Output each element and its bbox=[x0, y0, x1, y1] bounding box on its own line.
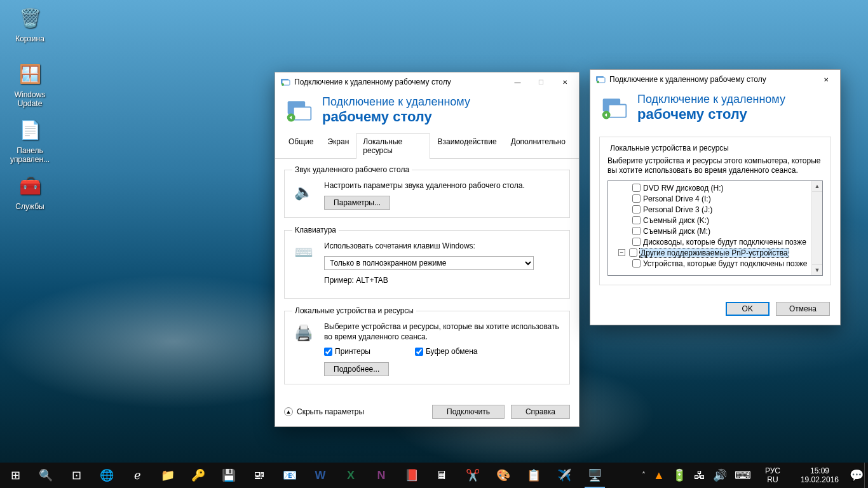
taskbar-app-word[interactable]: W bbox=[305, 463, 336, 488]
desktop-icon-recycle-bin[interactable]: 🗑️ Корзина bbox=[5, 4, 55, 43]
tree-item-drive[interactable]: Personal Drive 3 (J:) bbox=[609, 204, 810, 215]
keyboard-combo[interactable]: Только в полноэкранном режиме bbox=[324, 256, 534, 270]
tray-overflow[interactable]: ˄ bbox=[638, 463, 649, 488]
taskbar-app-excel[interactable]: X bbox=[336, 463, 366, 488]
tray-battery[interactable]: 🔋 bbox=[668, 463, 690, 488]
taskbar-app-snip[interactable]: ✂️ bbox=[458, 463, 488, 488]
tree-label: Personal Drive 4 (I:) bbox=[643, 194, 711, 203]
tab-display[interactable]: Экран bbox=[320, 133, 356, 159]
tree-item-drive[interactable]: Съемный диск (M:) bbox=[609, 226, 810, 236]
tray-action-center[interactable]: 💬 bbox=[849, 463, 864, 488]
lang-line1: РУС bbox=[765, 466, 780, 475]
search-icon: 🔍 bbox=[39, 468, 53, 482]
word-icon: W bbox=[315, 469, 326, 482]
taskbar-app-telegram[interactable]: ✈️ bbox=[549, 463, 580, 488]
ie-icon: ℯ bbox=[134, 468, 141, 482]
tray-vlc[interactable]: ▲ bbox=[649, 463, 668, 488]
taskbar-app-pdf[interactable]: 📕 bbox=[397, 463, 427, 488]
scissors-icon: ✂️ bbox=[466, 468, 480, 482]
taskbar-app-chrome[interactable]: 🌐 bbox=[92, 463, 122, 488]
tree-item-drive[interactable]: Дисководы, которые будут подключены позж… bbox=[609, 236, 810, 247]
start-button[interactable]: ⊞ bbox=[0, 463, 31, 488]
checkbox-printers[interactable]: Принтеры bbox=[324, 347, 370, 356]
taskbar-app-paint[interactable]: 🎨 bbox=[488, 463, 519, 488]
keyboard-icon: ⌨️ bbox=[292, 241, 315, 264]
legend-local-devices: Локальные устройства и ресурсы bbox=[292, 306, 416, 315]
rdc-icon bbox=[280, 77, 290, 87]
titlebar[interactable]: Подключение к удаленному рабочему столу bbox=[590, 70, 840, 89]
taskbar-app-ie[interactable]: ℯ bbox=[122, 463, 153, 488]
desktop-icon-services[interactable]: 🧰 Службы bbox=[5, 172, 55, 211]
tree-checkbox[interactable] bbox=[632, 227, 641, 235]
hide-options-link[interactable]: ▲ Скрыть параметры bbox=[284, 407, 426, 416]
taskbar-search[interactable]: 🔍 bbox=[31, 463, 61, 488]
tree-checkbox[interactable] bbox=[629, 248, 637, 257]
scrollbar[interactable]: ▲ ▼ bbox=[811, 181, 822, 275]
tray-language[interactable]: РУСRU bbox=[755, 463, 790, 488]
tab-advanced[interactable]: Дополнительно bbox=[504, 133, 573, 159]
banner-line1: Подключение к удаленному bbox=[322, 95, 470, 109]
banner-line2: рабочему столу bbox=[637, 106, 785, 123]
tree-checkbox[interactable] bbox=[632, 205, 641, 214]
tab-experience[interactable]: Взаимодействие bbox=[430, 133, 503, 159]
taskbar-app-notes[interactable]: 📋 bbox=[519, 463, 549, 488]
tree-checkbox[interactable] bbox=[632, 259, 641, 268]
close-button[interactable] bbox=[811, 70, 840, 89]
taskbar-app-totalcmd[interactable]: 💾 bbox=[214, 463, 244, 488]
tree-checkbox[interactable] bbox=[632, 216, 641, 224]
recycle-bin-icon: 🗑️ bbox=[16, 4, 44, 32]
taskbar-app-calc[interactable]: 🖩 bbox=[427, 463, 458, 488]
close-button[interactable] bbox=[550, 72, 579, 92]
rdc-banner-text: Подключение к удаленному рабочему столу bbox=[322, 95, 470, 125]
tree-item-drive[interactable]: DVD RW дисковод (H:) bbox=[609, 182, 810, 193]
tree-checkbox[interactable] bbox=[632, 194, 641, 203]
connect-button[interactable]: Подключить bbox=[432, 405, 505, 419]
tree-expander-icon[interactable]: − bbox=[618, 249, 625, 256]
minimize-button[interactable] bbox=[503, 72, 532, 92]
task-view-button[interactable]: ⊡ bbox=[61, 463, 92, 488]
tab-general[interactable]: Общие bbox=[281, 133, 320, 159]
tree-item-pnp[interactable]: − Другие поддерживаемые PnP-устройства bbox=[609, 247, 810, 258]
taskbar-app-rdc[interactable]: 🖥️ bbox=[580, 463, 610, 488]
checkbox-clipboard-label: Буфер обмена bbox=[426, 347, 478, 356]
device-tree[interactable]: DVD RW дисковод (H:) Personal Drive 4 (I… bbox=[607, 180, 823, 276]
taskbar-app-onenote[interactable]: N bbox=[366, 463, 397, 488]
audio-settings-button[interactable]: Параметры... bbox=[324, 196, 390, 210]
tray-volume[interactable]: 🔊 bbox=[709, 463, 731, 488]
telegram-icon: ✈️ bbox=[557, 468, 571, 482]
checkbox-clipboard-input[interactable] bbox=[415, 348, 423, 356]
network-icon: 🖧 bbox=[694, 469, 705, 482]
taskbar-app-putty[interactable]: 🖳 bbox=[244, 463, 275, 488]
more-devices-button[interactable]: Подробнее... bbox=[324, 362, 389, 376]
tree-item-drive[interactable]: Personal Drive 4 (I:) bbox=[609, 193, 810, 204]
tray-network[interactable]: 🖧 bbox=[690, 463, 709, 488]
taskbar-app-keepass[interactable]: 🔑 bbox=[183, 463, 214, 488]
tree-checkbox[interactable] bbox=[632, 184, 641, 192]
desktop-icon-windows-update[interactable]: 🪟 Windows Update bbox=[5, 60, 55, 108]
titlebar[interactable]: Подключение к удаленному рабочему столу bbox=[275, 72, 579, 92]
show-desktop-button[interactable] bbox=[864, 463, 868, 488]
tray-keyboard[interactable]: ⌨ bbox=[731, 463, 755, 488]
tab-page-local-resources: Звук удаленного рабочего стола 🔈 Настрои… bbox=[275, 159, 579, 397]
desktop-icon-control-panel[interactable]: 📄 Панель управлен... bbox=[5, 116, 55, 164]
checkbox-printers-input[interactable] bbox=[324, 348, 332, 356]
desktop-icon-label: Windows Update bbox=[5, 90, 55, 108]
tree-checkbox[interactable] bbox=[632, 238, 641, 246]
terminal-icon: 🖳 bbox=[254, 469, 265, 482]
scroll-down-icon[interactable]: ▼ bbox=[812, 264, 822, 275]
tab-local-resources[interactable]: Локальные ресурсы bbox=[356, 133, 430, 159]
volume-icon: 🔊 bbox=[713, 468, 727, 482]
excel-icon: X bbox=[347, 469, 355, 482]
cancel-button[interactable]: Отмена bbox=[776, 302, 830, 316]
onenote-icon: N bbox=[377, 469, 386, 482]
tree-item-pnp-child[interactable]: Устройства, которые будут подключены поз… bbox=[609, 258, 810, 269]
help-button[interactable]: Справка bbox=[511, 405, 570, 419]
tree-item-drive[interactable]: Съемный диск (K:) bbox=[609, 215, 810, 226]
taskbar-app-outlook[interactable]: 📧 bbox=[275, 463, 305, 488]
taskbar-app-explorer[interactable]: 📁 bbox=[153, 463, 183, 488]
toolbox-icon: 🧰 bbox=[16, 172, 44, 200]
ok-button[interactable]: OK bbox=[726, 302, 770, 316]
tray-clock[interactable]: 15:0919.02.2016 bbox=[790, 463, 849, 488]
scroll-up-icon[interactable]: ▲ bbox=[812, 181, 822, 192]
checkbox-clipboard[interactable]: Буфер обмена bbox=[415, 347, 478, 356]
